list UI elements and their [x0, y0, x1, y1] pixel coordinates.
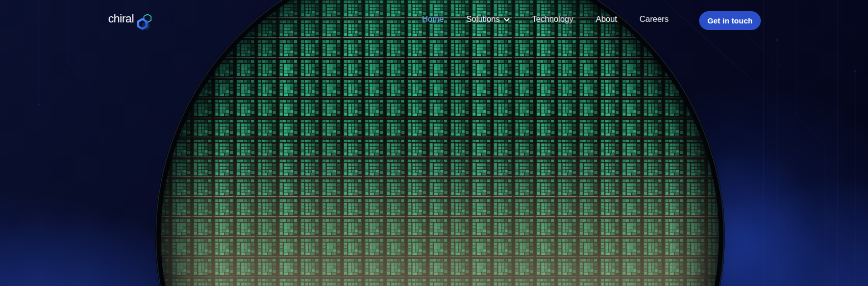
nav-item-solutions[interactable]: Solutions: [466, 13, 510, 26]
main-nav: Home Solutions Technology About Careers: [422, 13, 668, 26]
hexagon-links-icon: [136, 13, 153, 32]
nav-item-home[interactable]: Home: [422, 13, 444, 26]
brand-logo[interactable]: chiral: [108, 12, 153, 32]
nav-item-about[interactable]: About: [596, 13, 617, 26]
get-in-touch-button[interactable]: Get in touch: [699, 11, 761, 30]
chevron-down-icon: [504, 18, 510, 22]
nav-item-solutions-label: Solutions: [466, 13, 500, 26]
hero-section: chiral Home Solutions Technology: [0, 0, 868, 286]
nav-item-technology[interactable]: Technology: [532, 13, 574, 26]
brand-wordmark: chiral: [108, 12, 134, 25]
nav-item-careers[interactable]: Careers: [639, 13, 668, 26]
site-header: chiral Home Solutions Technology: [0, 0, 868, 41]
wafer: [155, 0, 725, 286]
silicon-wafer-image: [0, 0, 868, 286]
